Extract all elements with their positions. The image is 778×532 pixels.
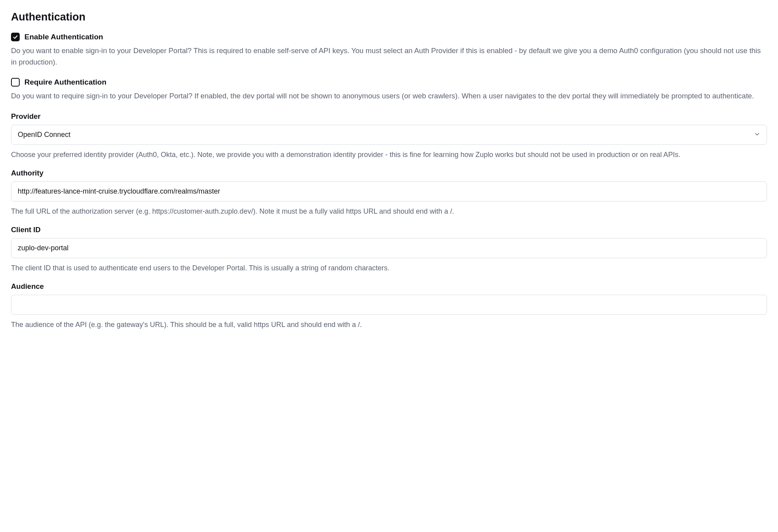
audience-help-text: The audience of the API (e.g. the gatewa… xyxy=(11,320,767,330)
client-id-help-text: The client ID that is used to authentica… xyxy=(11,263,767,273)
authority-label: Authority xyxy=(11,169,767,177)
authority-field-group: Authority The full URL of the authorizat… xyxy=(11,169,767,217)
provider-select-wrapper: OpenID Connect xyxy=(11,125,767,145)
provider-field-group: Provider OpenID Connect Choose your pref… xyxy=(11,112,767,160)
checkmark-icon xyxy=(13,34,18,40)
require-authentication-checkbox[interactable] xyxy=(11,78,20,87)
audience-label: Audience xyxy=(11,282,767,291)
provider-help-text: Choose your preferred identity provider … xyxy=(11,150,767,160)
provider-label: Provider xyxy=(11,112,767,121)
enable-authentication-checkbox[interactable] xyxy=(11,33,20,41)
enable-authentication-row: Enable Authentication xyxy=(11,33,767,41)
provider-select[interactable]: OpenID Connect xyxy=(11,125,767,145)
page-title: Authentication xyxy=(11,11,767,23)
client-id-field-group: Client ID The client ID that is used to … xyxy=(11,225,767,273)
client-id-input[interactable] xyxy=(11,238,767,258)
client-id-label: Client ID xyxy=(11,225,767,234)
audience-input[interactable] xyxy=(11,295,767,315)
require-authentication-description: Do you want to require sign-in to your D… xyxy=(11,91,767,102)
enable-authentication-description: Do you want to enable sign-in to your De… xyxy=(11,45,767,68)
require-authentication-label: Require Authentication xyxy=(24,78,106,87)
require-authentication-row: Require Authentication xyxy=(11,78,767,87)
authority-input[interactable] xyxy=(11,181,767,201)
authority-help-text: The full URL of the authorization server… xyxy=(11,206,767,217)
enable-authentication-label: Enable Authentication xyxy=(24,33,103,41)
audience-field-group: Audience The audience of the API (e.g. t… xyxy=(11,282,767,330)
